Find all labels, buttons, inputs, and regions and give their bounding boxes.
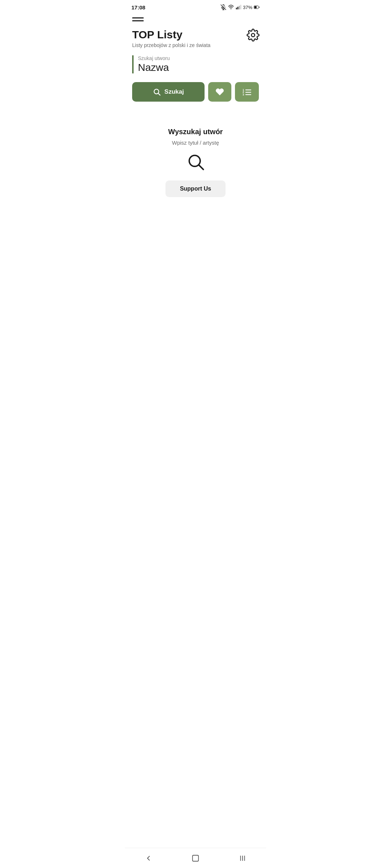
svg-line-21	[199, 165, 203, 170]
svg-rect-7	[240, 5, 241, 9]
status-icons: 37%	[220, 4, 260, 10]
settings-button[interactable]	[247, 29, 259, 41]
svg-rect-5	[237, 7, 239, 9]
wifi-icon	[228, 4, 234, 10]
empty-state: Wyszukaj utwór Wpisz tytuł / artystę Sup…	[125, 113, 266, 212]
svg-point-11	[252, 34, 255, 37]
status-time: 17:08	[131, 4, 145, 10]
empty-state-title: Wyszukaj utwór	[168, 128, 223, 136]
signal-icon	[236, 4, 241, 10]
svg-rect-4	[236, 8, 237, 9]
heart-icon	[215, 88, 224, 96]
app-subtitle: Listy przebojów z polski i ze świata	[132, 42, 259, 48]
svg-rect-6	[239, 6, 240, 9]
favorites-button[interactable]	[208, 82, 231, 102]
app-title: TOP Listy	[132, 29, 182, 41]
ranked-list-button[interactable]: 1 2 3	[235, 82, 259, 102]
search-label: Szukaj utworu	[138, 55, 170, 61]
svg-line-13	[158, 93, 160, 95]
search-value: Nazwa	[138, 62, 170, 73]
hamburger-menu[interactable]	[132, 17, 259, 21]
gear-icon	[247, 29, 260, 42]
search-icon	[153, 88, 161, 96]
hamburger-line-1	[132, 17, 144, 18]
support-us-label: Support Us	[180, 186, 211, 192]
search-big-icon	[186, 152, 205, 173]
numbered-list-icon: 1 2 3	[242, 87, 252, 97]
hamburger-line-2	[132, 20, 144, 21]
search-button[interactable]: Szukaj	[132, 82, 205, 102]
search-input-block: Szukaj utworu Nazwa	[132, 55, 259, 73]
action-buttons-row: Szukaj 1 2 3	[125, 82, 266, 102]
title-row: TOP Listy	[132, 29, 259, 41]
battery-icon	[254, 4, 260, 10]
svg-point-3	[231, 9, 231, 9]
support-us-button[interactable]: Support Us	[165, 180, 226, 197]
status-bar: 17:08 37%	[125, 0, 266, 13]
svg-text:3: 3	[243, 93, 244, 96]
header: TOP Listy Listy przebojów z polski i ze …	[125, 13, 266, 73]
battery-text: 37%	[243, 5, 252, 10]
svg-rect-10	[255, 6, 257, 8]
search-button-label: Szukaj	[164, 88, 184, 95]
mute-icon	[220, 4, 226, 10]
empty-state-subtitle: Wpisz tytuł / artystę	[172, 140, 219, 146]
